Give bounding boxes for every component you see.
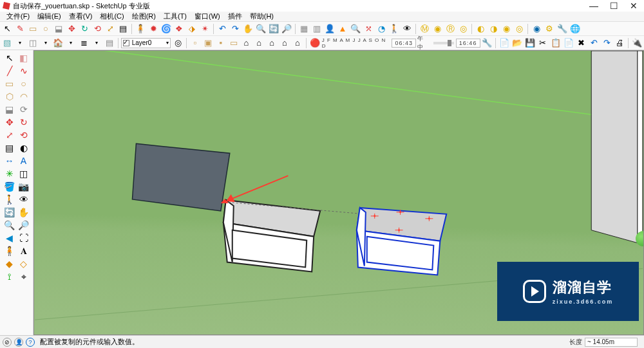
redo2-icon[interactable]: ↷ <box>601 37 612 49</box>
date-slider[interactable]: J F M A M J J A S O N D 06:43 午中 16:46 <box>322 35 480 51</box>
lp-circle-icon[interactable]: ○ <box>17 77 30 90</box>
lp-camera-icon[interactable]: 📷 <box>17 180 30 193</box>
lp-protractor-icon[interactable]: ◐ <box>17 142 30 154</box>
box1-icon[interactable]: ▫ <box>189 37 201 49</box>
layer-visible-checkbox[interactable] <box>123 40 129 46</box>
dd4-icon[interactable]: ▾ <box>91 37 102 49</box>
box-icon[interactable]: ▧ <box>1 37 13 49</box>
dd3-icon[interactable]: ▾ <box>65 37 77 49</box>
globe2-icon[interactable]: 🔴 <box>309 37 321 49</box>
print-icon[interactable]: 🖨 <box>614 37 625 49</box>
house4-icon[interactable]: ⌂ <box>279 37 290 49</box>
lp-tape-icon[interactable]: ▤ <box>3 142 16 154</box>
lp-select-icon[interactable]: ↖ <box>3 51 16 64</box>
status-help-icon[interactable]: ? <box>26 338 35 347</box>
lp-section-icon[interactable]: ◫ <box>17 167 30 180</box>
lp-3dtext-icon[interactable]: 𝐀 <box>17 244 30 257</box>
lp-scale-icon[interactable]: ⤢ <box>3 129 16 142</box>
menu-plugins[interactable]: 插件 <box>225 12 245 21</box>
light-a-icon[interactable]: ◐ <box>475 23 486 35</box>
doc-icon[interactable]: 📄 <box>498 37 510 49</box>
logo-icon[interactable]: ◉ <box>531 23 542 35</box>
scene-icon[interactable]: ▤ <box>104 37 115 49</box>
ball-r-icon[interactable]: Ⓡ <box>444 23 456 35</box>
lp-poly-icon[interactable]: ⬡ <box>3 90 16 103</box>
plug-icon[interactable]: 🔌 <box>631 37 643 49</box>
menu-view[interactable]: 查看(V) <box>66 12 95 21</box>
house5-icon[interactable]: ⌂ <box>292 37 303 49</box>
lp-pan-icon[interactable]: ✋ <box>17 206 30 219</box>
cut-icon[interactable]: ✂ <box>537 37 549 49</box>
paste-icon[interactable]: 📄 <box>563 37 574 49</box>
lp-zoomext-icon[interactable]: ⛶ <box>17 232 30 244</box>
lp-sandbox-icon[interactable]: ◆ <box>3 257 16 270</box>
swirl-icon[interactable]: 🌀 <box>160 23 172 35</box>
select-tool-icon[interactable]: ↖ <box>1 23 13 35</box>
lp-position-icon[interactable]: ⟟ <box>3 270 16 283</box>
lp-prev-icon[interactable]: ◀ <box>3 232 16 244</box>
lp-orbit-icon[interactable]: 🔄 <box>3 206 16 219</box>
globe-icon[interactable]: 🌐 <box>569 23 581 35</box>
lp-offset-icon[interactable]: ⟲ <box>17 129 30 142</box>
menu-window[interactable]: 窗口(W) <box>192 12 223 21</box>
time-icon[interactable]: ◔ <box>375 23 387 35</box>
lp-axes-icon[interactable]: ✳ <box>3 167 16 180</box>
save-icon[interactable]: 💾 <box>524 37 536 49</box>
undo2-icon[interactable]: ↶ <box>588 37 600 49</box>
wrench-icon[interactable]: 🔧 <box>556 23 568 35</box>
layers-icon[interactable]: ≣ <box>78 37 90 49</box>
status-geo-icon[interactable]: ⊘ <box>3 338 12 347</box>
lp-look-icon[interactable]: 👁 <box>17 193 30 206</box>
maximize-button[interactable]: ☐ <box>610 1 618 11</box>
ball-q-icon[interactable]: ◎ <box>457 23 469 35</box>
move-icon[interactable]: ✥ <box>66 23 77 35</box>
house1-icon[interactable]: ⌂ <box>241 37 252 49</box>
layer-dropdown[interactable]: Layer0 ▾ <box>121 38 171 48</box>
gear-icon[interactable]: ⚙ <box>544 23 555 35</box>
lp-text-icon[interactable]: A <box>17 154 30 167</box>
lp-sandbox2-icon[interactable]: ◇ <box>17 257 30 270</box>
red-flare-icon[interactable]: ✹ <box>147 23 159 35</box>
lp-position2-icon[interactable]: ⌖ <box>17 270 30 283</box>
close-button[interactable]: ✕ <box>630 1 638 11</box>
pencil-icon[interactable]: ✎ <box>14 23 26 35</box>
lp-move-icon[interactable]: ✥ <box>3 116 16 129</box>
walk-icon[interactable]: 🚶 <box>388 23 400 35</box>
menu-file[interactable]: 文件(F) <box>4 12 32 21</box>
lp-paint-icon[interactable]: 🪣 <box>3 180 16 193</box>
lp-rect-icon[interactable]: ▭ <box>3 77 16 90</box>
minimize-button[interactable]: — <box>589 1 598 11</box>
rect-icon[interactable]: ▭ <box>27 23 39 35</box>
person-icon[interactable]: 🧍 <box>135 23 146 35</box>
lp-eraser-icon[interactable]: ◧ <box>17 51 30 64</box>
ball-a-icon[interactable]: ◉ <box>431 23 443 35</box>
status-user-icon[interactable]: 👤 <box>14 338 23 347</box>
copy-icon[interactable]: 📋 <box>550 37 562 49</box>
light-c-icon[interactable]: ◉ <box>500 23 512 35</box>
wrench2-icon[interactable]: 🔧 <box>482 37 493 49</box>
wireframe-icon[interactable]: ▥ <box>311 23 323 35</box>
box4-icon[interactable]: ▭ <box>228 37 240 49</box>
delete-icon[interactable]: ✖ <box>576 37 587 49</box>
menu-help[interactable]: 帮助(H) <box>247 12 276 21</box>
lp-zoomwin-icon[interactable]: 🔎 <box>17 219 30 232</box>
plugin-c-icon[interactable]: ✴ <box>199 23 211 35</box>
wirebox-icon[interactable]: ◫ <box>27 37 39 49</box>
cone-icon[interactable]: ▲ <box>337 23 348 35</box>
lp-push-icon[interactable]: ⬓ <box>3 103 16 116</box>
target-icon[interactable]: ◎ <box>172 37 184 49</box>
lp-arc-icon[interactable]: ◠ <box>17 90 30 103</box>
dd-icon[interactable]: ▾ <box>14 37 26 49</box>
lp-rotate-icon[interactable]: ↻ <box>17 116 30 129</box>
dd2-icon[interactable]: ▾ <box>40 37 52 49</box>
lp-dim-icon[interactable]: ↔ <box>3 154 16 167</box>
search-icon[interactable]: 🔍 <box>350 23 361 35</box>
light-b-icon[interactable]: ◑ <box>488 23 499 35</box>
pushpull-icon[interactable]: ⬓ <box>53 23 64 35</box>
ball-m-icon[interactable]: Ⓜ <box>419 23 430 35</box>
redo-icon[interactable]: ↷ <box>229 23 241 35</box>
lp-person-icon[interactable]: 🧍 <box>3 244 16 257</box>
menu-tools[interactable]: 工具(T) <box>161 12 189 21</box>
orbit-icon[interactable]: 🔄 <box>268 23 279 35</box>
lp-walk-icon[interactable]: 🚶 <box>3 193 16 206</box>
